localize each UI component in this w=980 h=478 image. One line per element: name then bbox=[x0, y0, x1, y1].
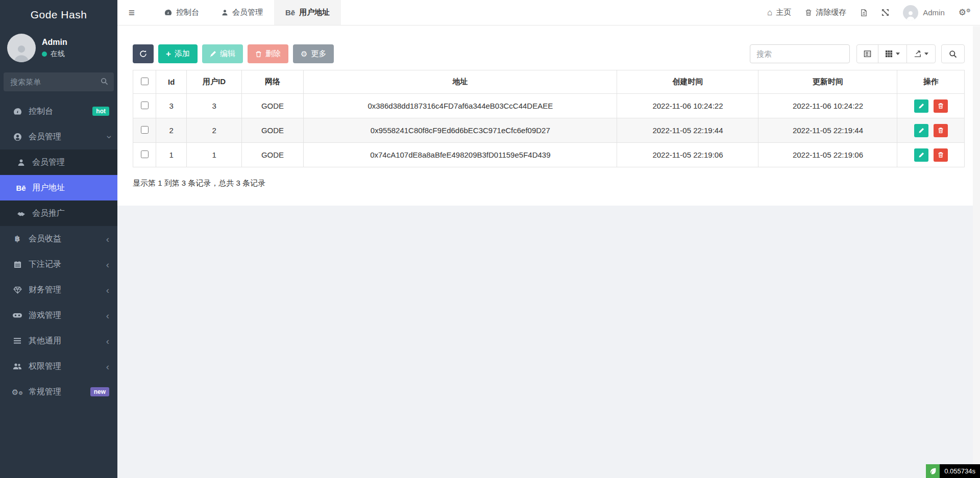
columns-button[interactable] bbox=[878, 44, 907, 63]
cell-updated: 2022-11-05 22:19:06 bbox=[758, 143, 897, 167]
sidebar-item-other-common[interactable]: 其他通用 ‹ bbox=[0, 328, 117, 354]
home-link[interactable]: ⌂ 主页 bbox=[767, 8, 791, 17]
cell-user-id: 2 bbox=[187, 118, 241, 143]
column-header-created[interactable]: 创建时间 bbox=[617, 70, 758, 94]
refresh-button[interactable] bbox=[133, 44, 154, 63]
trash-icon bbox=[938, 103, 944, 109]
sidebar-item-member-income[interactable]: ฿ 会员收益 ‹ bbox=[0, 226, 117, 251]
pencil-icon bbox=[918, 152, 924, 158]
column-header-id[interactable]: Id bbox=[156, 70, 187, 94]
chevron-left-icon: ‹ bbox=[106, 234, 109, 244]
detail-view-button[interactable] bbox=[856, 44, 878, 63]
handshake-icon bbox=[16, 209, 26, 218]
gear-icon: ⚙ bbox=[301, 50, 307, 58]
sidebar-item-bet-records[interactable]: 下注记录 ‹ bbox=[0, 251, 117, 277]
list-icon bbox=[12, 337, 22, 345]
sidebar-item-permissions[interactable]: 权限管理 ‹ bbox=[0, 354, 117, 379]
cogs-icon: ⚙⚙ bbox=[12, 388, 22, 396]
column-header-updated[interactable]: 更新时间 bbox=[758, 70, 897, 94]
fullscreen-button[interactable] bbox=[881, 9, 889, 16]
row-delete-button[interactable] bbox=[934, 124, 948, 137]
users-icon bbox=[12, 362, 22, 370]
cell-network: GODE bbox=[241, 94, 303, 118]
scrollbar[interactable] bbox=[973, 26, 980, 478]
sidebar-toggle-icon[interactable]: ≡ bbox=[117, 0, 146, 25]
sidebar-item-general-manage[interactable]: ⚙⚙ 常规管理 new bbox=[0, 379, 117, 405]
sidebar-group-members[interactable]: 会员管理 ‹ bbox=[0, 124, 117, 149]
edit-button[interactable]: 编辑 bbox=[202, 44, 243, 63]
trash-icon bbox=[255, 51, 262, 58]
sidebar-item-user-address[interactable]: Bē 用户地址 bbox=[0, 175, 117, 200]
cell-updated: 2022-11-06 10:24:22 bbox=[758, 94, 897, 118]
row-edit-button[interactable] bbox=[914, 99, 928, 113]
sidebar-item-member-promo[interactable]: 会员推广 bbox=[0, 200, 117, 226]
row-delete-button[interactable] bbox=[934, 99, 948, 113]
chevron-left-icon: ‹ bbox=[106, 285, 109, 295]
row-checkbox[interactable] bbox=[141, 150, 149, 158]
menu-search-input[interactable] bbox=[4, 72, 114, 91]
sidebar-item-member-manage[interactable]: 会员管理 bbox=[0, 149, 117, 175]
table-row: 2 2 GODE 0x9558241C80f8cF9Ed6d6bEC3C971e… bbox=[133, 118, 965, 143]
user-menu[interactable]: Admin bbox=[903, 5, 945, 20]
user-icon bbox=[222, 9, 228, 16]
online-dot-icon bbox=[42, 52, 47, 57]
row-delete-button[interactable] bbox=[934, 148, 948, 162]
dashboard-icon bbox=[164, 9, 172, 16]
row-edit-button[interactable] bbox=[914, 124, 928, 137]
column-header-address[interactable]: 地址 bbox=[304, 70, 617, 94]
cell-address: 0x386d38dd187316c4FD7af6a344eB03CcC44DEA… bbox=[304, 94, 617, 118]
sidebar-submenu: 会员管理 Bē 用户地址 会员推广 bbox=[0, 149, 117, 226]
more-button[interactable]: ⚙ 更多 bbox=[293, 44, 334, 63]
column-header-actions: 操作 bbox=[897, 70, 965, 94]
cell-network: GODE bbox=[241, 143, 303, 167]
language-button[interactable] bbox=[860, 9, 868, 17]
hot-badge: hot bbox=[92, 107, 109, 116]
tab-dashboard[interactable]: 控制台 bbox=[153, 0, 210, 25]
cell-id: 2 bbox=[156, 118, 187, 143]
dashboard-icon bbox=[12, 107, 22, 116]
caret-down-icon bbox=[924, 53, 928, 55]
search-icon bbox=[949, 50, 957, 58]
user-name: Admin bbox=[42, 38, 67, 47]
leaf-icon bbox=[926, 464, 940, 478]
column-header-network[interactable]: 网络 bbox=[241, 70, 303, 94]
table-search-input[interactable] bbox=[750, 44, 850, 63]
export-button[interactable] bbox=[906, 44, 936, 63]
tab-member-manage[interactable]: 会员管理 bbox=[210, 0, 274, 25]
topbar: ≡ 控制台 会员管理 Bē 用户地址 ⌂ 主页 清除缓存 bbox=[117, 0, 980, 26]
trash-icon bbox=[938, 127, 944, 134]
settings-button[interactable]: ⚙⚙ bbox=[959, 8, 971, 17]
row-checkbox[interactable] bbox=[141, 126, 149, 134]
brand-title: Gode Hash bbox=[0, 0, 117, 30]
user-circle-icon bbox=[12, 133, 22, 141]
person-icon bbox=[905, 9, 916, 20]
main-area: ≡ 控制台 会员管理 Bē 用户地址 ⌂ 主页 清除缓存 bbox=[117, 0, 980, 478]
content-panel: + 添加 编辑 删除 ⚙ 更多 bbox=[117, 26, 980, 206]
chevron-left-icon: ‹ bbox=[106, 362, 109, 371]
cell-id: 3 bbox=[156, 94, 187, 118]
gamepad-icon bbox=[12, 311, 22, 320]
user-status: 在线 bbox=[42, 49, 67, 59]
sidebar-item-finance[interactable]: 财务管理 ‹ bbox=[0, 277, 117, 303]
sidebar-menu: 控制台 hot 会员管理 ‹ 会员管理 Bē 用户地址 会员推广 ฿ 会员收益 bbox=[0, 98, 117, 405]
search-icon bbox=[101, 78, 108, 85]
select-all-checkbox[interactable] bbox=[141, 78, 149, 85]
cell-actions bbox=[897, 118, 965, 143]
row-checkbox[interactable] bbox=[141, 102, 149, 109]
behance-icon: Bē bbox=[285, 8, 295, 17]
row-edit-button[interactable] bbox=[914, 148, 928, 162]
cell-actions bbox=[897, 143, 965, 167]
pencil-icon bbox=[210, 51, 216, 57]
avatar bbox=[7, 34, 36, 62]
user-panel: Admin 在线 bbox=[0, 30, 117, 68]
delete-button[interactable]: 删除 bbox=[248, 44, 288, 63]
add-button[interactable]: + 添加 bbox=[158, 44, 198, 63]
sidebar-item-dashboard[interactable]: 控制台 hot bbox=[0, 98, 117, 124]
debug-time-badge[interactable]: 0.055734s bbox=[926, 464, 980, 478]
home-icon: ⌂ bbox=[767, 8, 772, 17]
clear-cache-button[interactable]: 清除缓存 bbox=[805, 8, 846, 17]
column-header-user-id[interactable]: 用户ID bbox=[187, 70, 241, 94]
tab-user-address[interactable]: Bē 用户地址 bbox=[274, 0, 341, 25]
search-submit-button[interactable] bbox=[941, 44, 965, 63]
sidebar-item-game-manage[interactable]: 游戏管理 ‹ bbox=[0, 303, 117, 328]
